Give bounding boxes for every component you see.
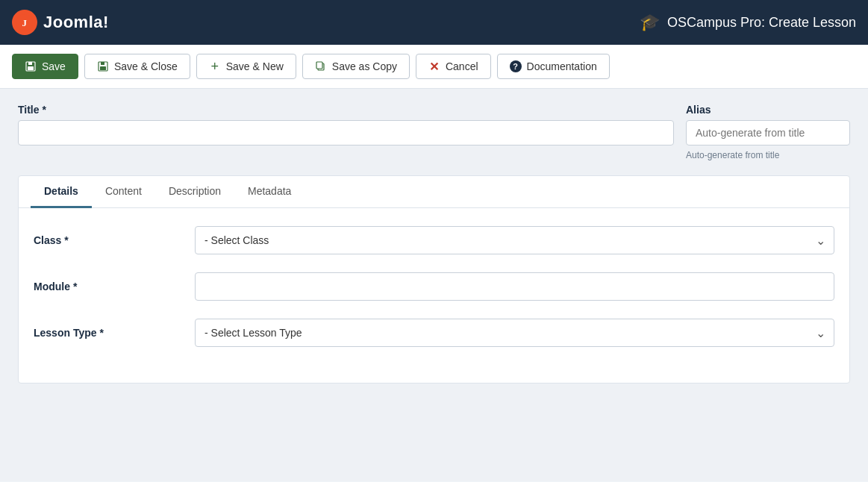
module-input-wrapper xyxy=(195,272,834,301)
documentation-button[interactable]: ? Documentation xyxy=(497,54,610,79)
tab-metadata[interactable]: Metadata xyxy=(234,176,305,208)
save-icon xyxy=(25,60,37,72)
navbar: J Joomla! 🎓 OSCampus Pro: Create Lesson xyxy=(0,0,868,45)
save-copy-label: Save as Copy xyxy=(332,60,397,72)
class-select[interactable]: - Select Class xyxy=(195,226,834,254)
title-input[interactable] xyxy=(18,120,674,145)
lesson-type-select-wrapper: - Select Lesson Type ⌄ xyxy=(195,319,834,347)
alias-group: Alias Auto-generate from title xyxy=(686,104,850,160)
class-select-wrapper: - Select Class ⌄ xyxy=(195,226,834,254)
copy-icon xyxy=(315,60,327,72)
lesson-type-label: Lesson Type * xyxy=(34,327,183,339)
module-input[interactable] xyxy=(195,272,834,301)
details-tab-content: Class * - Select Class ⌄ Module * Lesson… xyxy=(19,208,849,383)
save-button[interactable]: Save xyxy=(12,54,78,79)
cancel-button[interactable]: ✕ Cancel xyxy=(416,54,491,79)
brand: J Joomla! xyxy=(12,10,109,35)
documentation-icon: ? xyxy=(510,60,522,72)
alias-input[interactable] xyxy=(686,120,850,145)
module-label: Module * xyxy=(34,281,183,292)
page-title: OSCampus Pro: Create Lesson xyxy=(667,15,856,31)
toolbar: Save Save & Close + Save & New Save as C… xyxy=(0,45,868,89)
brand-text: Joomla! xyxy=(43,13,109,32)
svg-rect-4 xyxy=(28,66,34,70)
tab-list: Details Content Description Metadata xyxy=(19,176,849,208)
save-close-label: Save & Close xyxy=(114,60,178,72)
page-title-bar: 🎓 OSCampus Pro: Create Lesson xyxy=(640,13,856,32)
cancel-label: Cancel xyxy=(446,60,478,72)
cancel-icon: ✕ xyxy=(428,60,440,72)
svg-rect-3 xyxy=(28,62,32,65)
tabs-section: Details Content Description Metadata Cla… xyxy=(18,175,850,384)
save-close-icon xyxy=(97,60,109,72)
class-label: Class * xyxy=(34,234,183,246)
alias-label: Alias xyxy=(686,104,850,116)
graduation-icon: 🎓 xyxy=(640,13,660,32)
plus-icon: + xyxy=(209,60,221,72)
svg-rect-9 xyxy=(316,62,322,69)
class-field-row: Class * - Select Class ⌄ xyxy=(34,226,834,254)
tab-details[interactable]: Details xyxy=(31,176,92,208)
save-new-label: Save & New xyxy=(226,60,284,72)
save-close-button[interactable]: Save & Close xyxy=(84,54,190,79)
title-group: Title * xyxy=(18,104,674,145)
alias-hint: Auto-generate from title xyxy=(686,150,850,160)
documentation-label: Documentation xyxy=(527,60,597,72)
title-label: Title * xyxy=(18,104,674,116)
lesson-type-select[interactable]: - Select Lesson Type xyxy=(195,319,834,347)
save-label: Save xyxy=(42,60,66,72)
tab-description[interactable]: Description xyxy=(155,176,234,208)
lesson-type-field-row: Lesson Type * - Select Lesson Type ⌄ xyxy=(34,319,834,347)
svg-rect-7 xyxy=(100,66,106,70)
joomla-logo: J xyxy=(12,10,37,35)
svg-text:J: J xyxy=(22,17,28,28)
svg-rect-6 xyxy=(101,62,104,65)
save-new-button[interactable]: + Save & New xyxy=(196,54,296,79)
form-header: Title * Alias Auto-generate from title xyxy=(18,104,850,160)
save-copy-button[interactable]: Save as Copy xyxy=(302,54,410,79)
module-field-row: Module * xyxy=(34,272,834,301)
tab-content[interactable]: Content xyxy=(92,176,155,208)
main-content: Title * Alias Auto-generate from title D… xyxy=(0,89,868,481)
